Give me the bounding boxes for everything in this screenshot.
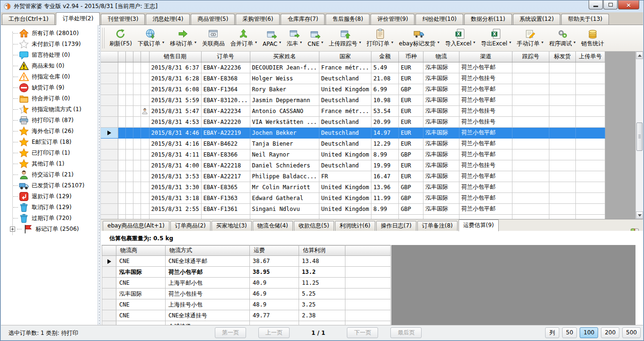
row-selector-cell[interactable]: [101, 95, 118, 105]
row-selector-cell[interactable]: [102, 267, 116, 278]
sidebar-item[interactable]: 海外仓订单 (26): [1, 126, 97, 137]
order-row[interactable]: 2015/8/31 3:18EBAY-F1363Edward GatheralU…: [101, 192, 605, 203]
freight-row[interactable]: 全球快递: [102, 321, 391, 325]
order-row[interactable]: 2015/8/31 5:59EBAY-83120...Jasmin Depper…: [101, 95, 605, 105]
last-page-button[interactable]: 最后页: [390, 327, 422, 338]
dropdown-caret-icon[interactable]: ▾: [391, 40, 393, 44]
toolbar-item[interactable]: 刷新(F5): [106, 27, 135, 49]
toolbar-item[interactable]: 手动订单▾: [514, 27, 546, 49]
order-row[interactable]: 2015/8/31 4:11EBAY-E8366Neil RaynorUnite…: [101, 149, 605, 160]
detail-tab[interactable]: ebay商品信息(Alt+1): [103, 221, 169, 231]
sidebar-item[interactable]: 取消订单 (129): [1, 202, 97, 213]
dropdown-caret-icon[interactable]: ▾: [473, 40, 475, 44]
dropdown-caret-icon[interactable]: ▾: [573, 40, 575, 44]
toolbar-item[interactable]: 销售统计: [578, 27, 607, 49]
sidebar-item[interactable]: 退款订单 (129): [1, 191, 97, 202]
next-page-button[interactable]: 下一页: [347, 327, 378, 338]
freight-column-header[interactable]: 物流商: [116, 245, 166, 256]
freight-row[interactable]: 泓丰国际荷兰小包挂号46.95.25: [102, 289, 391, 299]
row-selector-cell[interactable]: [101, 160, 118, 171]
row-selector-cell[interactable]: [101, 171, 118, 182]
column-header[interactable]: 买家姓名: [250, 52, 319, 62]
freight-row[interactable]: CNECNE全球通平邮38.6713.48: [102, 256, 391, 267]
order-row[interactable]: 2015/8/31 6:28EBAY-E8368Holger WeissDeut…: [101, 73, 605, 84]
detail-tab[interactable]: 操作日志(7): [376, 221, 416, 231]
order-row[interactable]: 2015/8/31 6:37EBAY-A22236DECOUDIER Jean-…: [101, 62, 605, 73]
freight-column-header[interactable]: 物流方式: [166, 245, 250, 256]
row-selector-cell[interactable]: [102, 289, 116, 299]
column-header[interactable]: 国家: [319, 52, 371, 62]
page-size-button[interactable]: 100: [580, 327, 598, 338]
detail-tab[interactable]: 物流仓储(4): [253, 221, 293, 231]
order-row[interactable]: 2015/8/31 4:00EBAY-A22218Daniel Schniede…: [101, 160, 605, 171]
dropdown-caret-icon[interactable]: ▾: [321, 40, 323, 44]
menu-tab[interactable]: 帮助关于(13): [561, 14, 609, 25]
menu-tab[interactable]: 仓库库存(7): [281, 14, 325, 25]
column-header[interactable]: 物流: [423, 52, 459, 62]
freight-column-header[interactable]: 估算利润: [299, 245, 345, 256]
page-size-button[interactable]: 500: [622, 327, 641, 338]
row-selector-cell[interactable]: [101, 73, 118, 84]
order-row[interactable]: 2015/8/31 3:30EBAY-E8365Mr Colin Marriot…: [101, 182, 605, 192]
detail-tab[interactable]: 收款信息(5): [294, 221, 334, 231]
menu-tab[interactable]: 评价管理(9): [371, 14, 415, 25]
column-header[interactable]: 订单号: [201, 52, 250, 62]
menu-tab[interactable]: 数据分析(11): [464, 14, 512, 25]
row-selector-cell[interactable]: [102, 310, 116, 321]
row-selector-cell[interactable]: [101, 84, 118, 95]
row-selector-cell[interactable]: [102, 321, 116, 325]
toolbar-item[interactable]: 关联商品: [199, 27, 228, 49]
toolbar-item[interactable]: X导出Excel▾: [478, 27, 514, 49]
row-selector-cell[interactable]: [102, 299, 116, 310]
close-button[interactable]: ×: [618, 0, 639, 9]
maximize-button[interactable]: [603, 0, 618, 9]
page-size-button[interactable]: 200: [601, 327, 619, 338]
column-header[interactable]: 销售日期: [149, 52, 201, 62]
row-selector-cell[interactable]: [102, 278, 116, 289]
sidebar-splitter[interactable]: [97, 25, 101, 325]
toolbar-item[interactable]: 程序调试▾: [546, 27, 578, 49]
scrollbar-thumb[interactable]: [636, 122, 643, 151]
order-row[interactable]: 2015/8/31 4:16EBAY-B4622Tanja BienerDeut…: [101, 138, 605, 149]
menu-tab[interactable]: 采购管理(6): [236, 14, 280, 25]
scroll-down-button[interactable]: [636, 211, 643, 219]
dropdown-caret-icon[interactable]: ▾: [300, 40, 302, 44]
sidebar-item[interactable]: 其他订单 (1): [1, 158, 97, 169]
sidebar-item[interactable]: E邮宝订单 (18): [1, 137, 97, 148]
sidebar-item[interactable]: 标记订单 (2506): [1, 224, 97, 235]
dropdown-caret-icon[interactable]: ▾: [194, 40, 196, 44]
freight-row[interactable]: CNE上海平邮小包40.911.25: [102, 278, 391, 289]
sidebar-item[interactable]: 待指定仓库 (0): [1, 71, 97, 82]
dropdown-caret-icon[interactable]: ▾: [359, 40, 361, 44]
row-selector-cell[interactable]: [101, 192, 118, 203]
order-row[interactable]: 2015/8/31 4:53EBAY-A22220VIA Werkstätten…: [101, 116, 605, 127]
toolbar-item[interactable]: CNE▾: [305, 28, 326, 48]
dropdown-caret-icon[interactable]: ▾: [438, 40, 440, 44]
column-header[interactable]: 跟踪号: [512, 52, 549, 62]
scroll-up-button[interactable]: [636, 52, 643, 59]
prev-page-button[interactable]: 上一页: [258, 327, 290, 338]
detail-tab[interactable]: 订单商品(2): [170, 221, 211, 231]
menu-tab[interactable]: 纠纷处理(10): [415, 14, 463, 25]
row-selector-cell[interactable]: [101, 62, 118, 73]
order-row[interactable]: 2015/8/31 6:08EBAY-F1364Rory BakerUnited…: [101, 84, 605, 95]
dropdown-caret-icon[interactable]: ▾: [255, 40, 257, 44]
dropdown-caret-icon[interactable]: ▾: [279, 40, 281, 44]
toolbar-item[interactable]: X导入Excel▾: [442, 27, 478, 49]
detail-tab[interactable]: 订单备注(8): [417, 221, 458, 231]
freight-row[interactable]: CNECNE全球通挂号49.772.38: [102, 310, 391, 321]
sidebar-item[interactable]: 缺货订单 (9): [1, 82, 97, 93]
columns-button[interactable]: 列: [545, 327, 559, 338]
menu-tab[interactable]: 刊登管理(3): [101, 14, 145, 25]
menu-tab[interactable]: 售后服务(8): [326, 14, 370, 25]
row-selector-cell[interactable]: [101, 182, 118, 192]
page-size-button[interactable]: 50: [562, 327, 577, 338]
row-selector-cell[interactable]: [101, 203, 118, 214]
row-selector-cell[interactable]: [101, 116, 118, 127]
dropdown-caret-icon[interactable]: ▾: [509, 40, 511, 44]
dropdown-caret-icon[interactable]: ▾: [541, 40, 543, 44]
row-selector-cell[interactable]: [102, 256, 116, 267]
sidebar-item[interactable]: 待合并订单 (0): [1, 93, 97, 104]
toolbar-item[interactable]: 泓丰▾: [284, 27, 305, 49]
menu-tab[interactable]: 工作台(Ctrl+1): [2, 14, 55, 25]
